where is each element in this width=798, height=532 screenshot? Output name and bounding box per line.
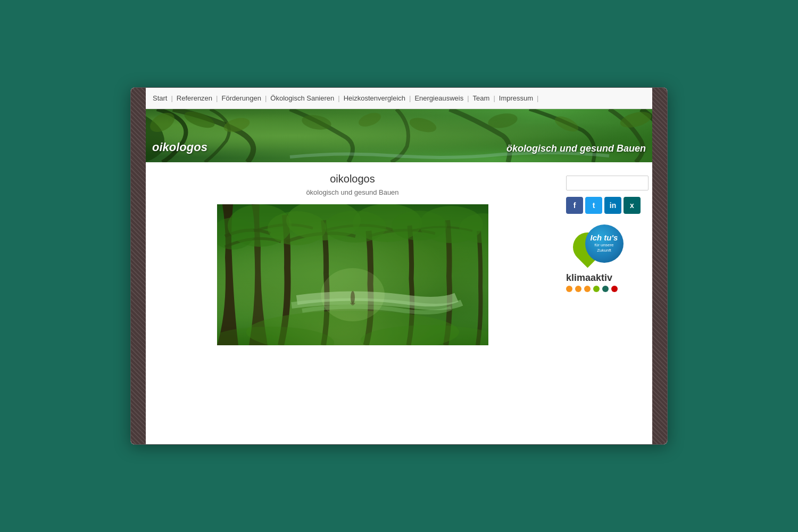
facebook-button[interactable]: f [566, 197, 583, 214]
klimaaktiv-text: klimaaktiv [566, 272, 649, 284]
nav-item-sanieren[interactable]: Ökologisch Sanieren [267, 93, 337, 103]
page-subtitle: ökologisch und gesund Bauen [149, 188, 555, 196]
hero-title-right: ökologisch und gesund Bauen [506, 143, 646, 154]
nav-separator: | [338, 94, 339, 102]
svg-point-17 [392, 211, 447, 240]
nav-separator: | [171, 94, 172, 102]
twitter-button[interactable]: t [585, 197, 602, 214]
nav-separator: | [467, 94, 469, 102]
nav-separator: | [493, 94, 495, 102]
browser-window: Start | Referenzen | Förderungen | Ökolo… [130, 87, 668, 445]
svg-point-23 [351, 291, 355, 304]
search-input[interactable] [566, 176, 649, 190]
dot-5 [602, 286, 609, 292]
main-image-overlay [217, 204, 488, 345]
nav-item-impressum[interactable]: Impressum [496, 93, 536, 103]
nav-separator: | [409, 94, 411, 102]
nav-separator: | [265, 94, 267, 102]
xing-button[interactable]: x [624, 197, 641, 214]
nav-item-energieausweis[interactable]: Energieausweis [411, 93, 467, 103]
main-content: oikologos ökologisch und gesund Bauen [149, 173, 555, 434]
nav-separator: | [537, 94, 538, 102]
hero-nature-overlay [131, 109, 667, 162]
nav-item-referenzen[interactable]: Referenzen [173, 93, 215, 103]
main-image [217, 204, 488, 345]
dot-4 [593, 286, 600, 292]
nav-item-foerderungen[interactable]: Förderungen [218, 93, 264, 103]
ichtu-line2: für unsereZukunft [594, 243, 613, 254]
content-area: oikologos ökologisch und gesund Bauen [131, 162, 667, 444]
hero-title-left: oikologos [152, 140, 207, 154]
dot-3 [584, 286, 591, 292]
svg-point-16 [325, 211, 386, 243]
linkedin-button[interactable]: in [604, 197, 621, 214]
klimaaktiv-block: klimaaktiv [566, 272, 649, 292]
svg-point-5 [408, 115, 438, 135]
page-title: oikologos [149, 173, 555, 185]
navigation-bar: Start | Referenzen | Förderungen | Ökolo… [131, 88, 667, 109]
social-icons: f t in x [566, 197, 649, 214]
svg-point-7 [553, 113, 581, 135]
hero-banner: oikologos ökologisch und gesund Bauen [131, 109, 667, 162]
svg-point-15 [268, 211, 326, 245]
nav-item-start[interactable]: Start [149, 93, 170, 103]
ichtu-line1: Ich tu's [591, 234, 618, 243]
nav-item-heizkostenvergleich[interactable]: Heizkostenvergleich [340, 93, 409, 103]
dot-6 [611, 286, 618, 292]
dot-2 [575, 286, 581, 292]
svg-point-4 [357, 110, 383, 129]
dot-1 [566, 286, 572, 292]
nav-separator: | [216, 94, 218, 102]
ichtu-badge: Ich tu's für unsereZukunft [566, 222, 630, 264]
nav-item-team[interactable]: Team [470, 93, 493, 103]
sidebar: f t in x Ich tu's für unsereZukunft [566, 173, 649, 434]
klimaaktiv-dots [566, 286, 649, 292]
